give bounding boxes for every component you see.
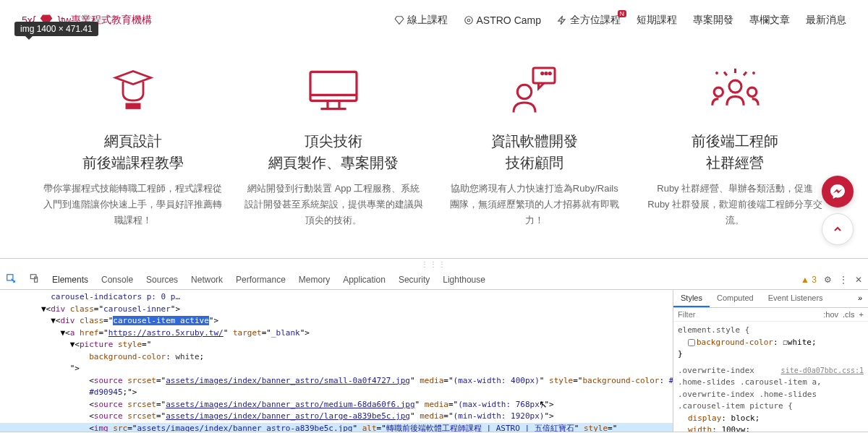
svg-point-12 (729, 80, 741, 93)
tab-lighthouse[interactable]: Lighthouse (443, 275, 485, 285)
inspect-icon[interactable] (6, 273, 16, 286)
styles-tab-computed[interactable]: Computed (710, 290, 761, 307)
new-badge: N (618, 10, 627, 17)
styles-tab-more[interactable]: » (852, 290, 868, 307)
devtools-resize-handle[interactable]: ⋮⋮⋮ (0, 258, 868, 270)
main-nav: 線上課程 ASTRO Camp 全方位課程 N 短期課程 專案開發 專欄文章 最… (394, 14, 846, 27)
svg-point-1 (467, 19, 470, 22)
nav-label: 短期課程 (637, 14, 677, 27)
consulting-icon (445, 61, 624, 119)
styles-panel: Styles Computed Event Listeners » :hov .… (673, 290, 868, 432)
styles-filter-input[interactable] (678, 310, 819, 319)
feature-community: 前後端工程師 社群經營 Ruby 社群經營、舉辦各類活動，促進 Ruby 社群發… (646, 61, 825, 228)
feature-title: 前後端工程師 社群經營 (646, 130, 825, 173)
messenger-icon (829, 183, 846, 200)
nav-projects[interactable]: 專案開發 (693, 14, 733, 27)
styles-rules[interactable]: element.style { background-color: ☐white… (673, 322, 868, 432)
img-tooltip: img 1400 × 471.41 (14, 22, 98, 36)
svg-point-13 (714, 87, 723, 96)
diamond-icon (394, 15, 404, 25)
svg-point-9 (545, 72, 547, 74)
svg-point-0 (464, 16, 472, 24)
nav-label: ASTRO Camp (477, 14, 541, 26)
nav-astro-camp[interactable]: ASTRO Camp (464, 14, 541, 27)
nav-label: 全方位課程 (570, 14, 621, 27)
feature-desc: Ruby 社群經營、舉辦各類活動，促進 Ruby 社群發展，歡迎前後端工程師分享… (646, 181, 825, 228)
messenger-button[interactable] (822, 176, 854, 207)
cls-toggle[interactable]: .cls (843, 310, 855, 319)
svg-point-16 (752, 72, 755, 74)
feature-desc: 協助您將現有人力快速打造為Ruby/Rails 團隊，無須經歷繁瑣的人才招募就有… (445, 181, 624, 228)
tab-sources[interactable]: Sources (146, 275, 178, 285)
devtools-tabbar: Elements Console Sources Network Perform… (0, 270, 868, 290)
features-row: 網頁設計 前後端課程教學 帶你掌握程式技能轉職工程師，程式課程從入門到進階讓你快… (0, 40, 868, 250)
graduate-icon (43, 61, 223, 119)
svg-line-17 (724, 72, 727, 76)
add-rule-button[interactable]: + (859, 310, 864, 319)
target-icon (464, 15, 474, 25)
nav-all-courses[interactable]: 全方位課程 N (557, 14, 621, 27)
svg-point-10 (549, 72, 550, 74)
feature-web-design: 網頁設計 前後端課程教學 帶你掌握程式技能轉職工程師，程式課程從入門到進階讓你快… (43, 61, 223, 228)
scroll-top-button[interactable] (822, 213, 854, 245)
chevron-up-icon (832, 223, 843, 235)
nav-short-courses[interactable]: 短期課程 (637, 14, 677, 27)
styles-tab-styles[interactable]: Styles (673, 290, 710, 307)
community-icon (646, 61, 825, 119)
feature-title: 網頁設計 前後端課程教學 (43, 130, 223, 173)
svg-point-14 (747, 87, 756, 96)
tab-console[interactable]: Console (101, 275, 133, 285)
nav-label: 專案開發 (693, 14, 733, 27)
hov-toggle[interactable]: :hov (823, 310, 838, 319)
close-icon[interactable]: ✕ (855, 275, 862, 285)
nav-news[interactable]: 最新消息 (806, 14, 846, 27)
svg-point-11 (518, 85, 532, 99)
monitor-icon (244, 61, 424, 119)
nav-articles[interactable]: 專欄文章 (749, 14, 790, 27)
device-icon[interactable] (29, 273, 39, 286)
feature-tech: 頂尖技術 網頁製作、專案開發 網站開發到行動裝置 App 工程服務、系統設計開發… (244, 61, 424, 228)
prop-checkbox[interactable] (688, 339, 695, 346)
svg-rect-7 (533, 68, 555, 83)
nav-online-courses[interactable]: 線上課程 (394, 14, 448, 27)
tab-memory[interactable]: Memory (299, 275, 330, 285)
bolt-icon (557, 15, 567, 25)
nav-label: 專欄文章 (749, 14, 790, 27)
elements-tree[interactable]: carousel-indicators p: 0 p… ▼<div class=… (0, 290, 673, 432)
svg-point-8 (542, 72, 543, 74)
settings-icon[interactable]: ⚙ (824, 275, 832, 285)
tab-application[interactable]: Application (343, 275, 386, 285)
styles-tab-listeners[interactable]: Event Listeners (761, 290, 830, 307)
tab-network[interactable]: Network (191, 275, 223, 285)
feature-title: 頂尖技術 網頁製作、專案開發 (244, 130, 424, 173)
rule-source-link[interactable]: site-d0a07bbc.css:1 (781, 365, 864, 376)
nav-label: 線上課程 (407, 14, 448, 27)
tab-performance[interactable]: Performance (236, 275, 286, 285)
svg-rect-2 (310, 72, 357, 100)
feature-consulting: 資訊軟體開發 技術顧問 協助您將現有人力快速打造為Ruby/Rails 團隊，無… (445, 61, 624, 228)
tab-security[interactable]: Security (399, 275, 430, 285)
feature-desc: 帶你掌握程式技能轉職工程師，程式課程從入門到進階讓你快速上手，學員好評推薦轉職課… (43, 181, 223, 228)
feature-title: 資訊軟體開發 技術顧問 (445, 130, 624, 173)
nav-label: 最新消息 (806, 14, 846, 27)
svg-line-18 (744, 72, 746, 76)
more-icon[interactable]: ⋮ (839, 275, 848, 285)
site-header: 5x{ }tw 專業程式教育機構 線上課程 ASTRO Camp 全方位課程 N… (0, 0, 868, 40)
tab-elements[interactable]: Elements (52, 275, 88, 285)
feature-desc: 網站開發到行動裝置 App 工程服務、系統設計開發甚至系統架設，提供專業的建議與… (244, 181, 424, 228)
svg-point-15 (715, 72, 718, 74)
warnings-count[interactable]: ▲ 3 (801, 275, 817, 285)
